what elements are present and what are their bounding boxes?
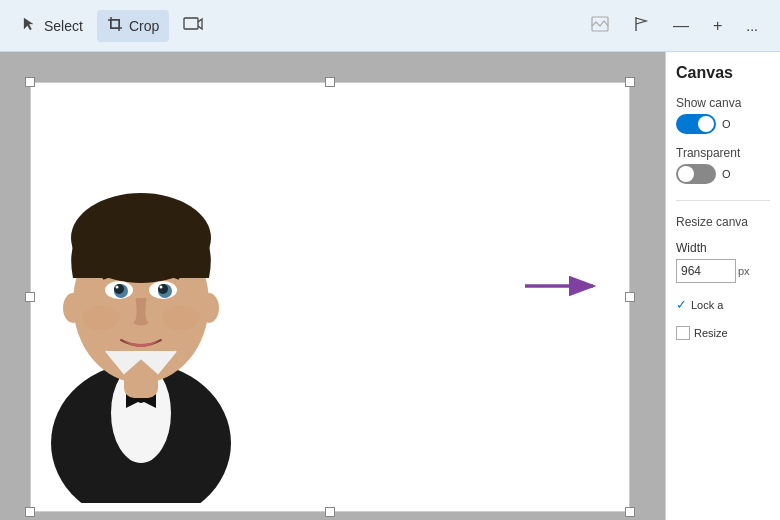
select-icon <box>22 16 38 36</box>
image-button[interactable] <box>581 10 619 42</box>
svg-point-20 <box>63 293 83 323</box>
toolbar: Select Crop <box>0 0 780 52</box>
show-canvas-section: Show canva O <box>676 96 770 136</box>
arrow-container <box>525 268 605 304</box>
show-canvas-toggle-label: O <box>722 118 731 130</box>
svg-rect-1 <box>184 18 198 29</box>
width-input[interactable] <box>676 259 736 283</box>
show-canvas-toggle[interactable] <box>676 114 716 134</box>
handle-top-mid[interactable] <box>325 77 335 87</box>
svg-point-21 <box>199 293 219 323</box>
transparent-toggle[interactable] <box>676 164 716 184</box>
crop-label: Crop <box>129 18 159 34</box>
width-section: Width px <box>676 241 770 283</box>
handle-bottom-mid[interactable] <box>325 507 335 517</box>
image-icon <box>591 16 609 36</box>
transparent-toggle-row: O <box>676 164 770 184</box>
right-panel: Canvas Show canva O Transparent O <box>665 52 780 520</box>
flag-button[interactable] <box>623 10 659 42</box>
canvas-area[interactable] <box>0 52 665 520</box>
svg-point-14 <box>114 284 124 294</box>
main-area: Canvas Show canva O Transparent O <box>0 52 780 520</box>
resize-checkbox[interactable] <box>676 326 690 340</box>
select-label: Select <box>44 18 83 34</box>
handle-bottom-left[interactable] <box>25 507 35 517</box>
width-label: Width <box>676 241 770 255</box>
lock-checkmark: ✓ <box>676 297 687 312</box>
resize-text: Resize <box>694 327 728 339</box>
panel-title: Canvas <box>676 64 770 82</box>
person-image <box>31 83 251 503</box>
width-unit: px <box>738 265 750 277</box>
show-canvas-toggle-row: O <box>676 114 770 134</box>
transparent-section: Transparent O <box>676 146 770 186</box>
lock-row: ✓ Lock a <box>676 297 770 312</box>
show-canvas-thumb <box>698 116 714 132</box>
svg-point-16 <box>116 286 119 289</box>
show-canvas-label: Show canva <box>676 96 770 110</box>
divider-1 <box>676 200 770 201</box>
svg-point-18 <box>83 306 119 330</box>
more-label: ... <box>746 18 758 34</box>
svg-point-15 <box>158 284 168 294</box>
flag-icon <box>633 16 649 36</box>
transparent-thumb <box>678 166 694 182</box>
minus-button[interactable]: — <box>663 11 699 41</box>
handle-mid-left[interactable] <box>25 292 35 302</box>
lock-label: Lock a <box>691 299 723 311</box>
svg-point-17 <box>160 286 163 289</box>
handle-top-right[interactable] <box>625 77 635 87</box>
minus-icon: — <box>673 17 689 35</box>
plus-icon: + <box>713 17 722 35</box>
plus-button[interactable]: + <box>703 11 732 41</box>
select-button[interactable]: Select <box>12 10 93 42</box>
resize-arrow <box>525 268 605 304</box>
zoom-button[interactable] <box>173 10 213 42</box>
handle-bottom-right[interactable] <box>625 507 635 517</box>
resize-canvas-label: Resize canva <box>676 215 770 229</box>
transparent-toggle-label: O <box>722 168 731 180</box>
handle-mid-right[interactable] <box>625 292 635 302</box>
svg-point-19 <box>163 306 199 330</box>
more-button[interactable]: ... <box>736 12 768 40</box>
handle-top-left[interactable] <box>25 77 35 87</box>
svg-rect-0 <box>110 19 119 28</box>
crop-icon <box>107 16 123 36</box>
width-input-row: px <box>676 259 770 283</box>
resize-canvas-section: Resize canva <box>676 215 770 231</box>
resize-row: Resize <box>676 326 770 340</box>
crop-button[interactable]: Crop <box>97 10 169 42</box>
transparent-label: Transparent <box>676 146 770 160</box>
zoom-icon <box>183 16 203 36</box>
